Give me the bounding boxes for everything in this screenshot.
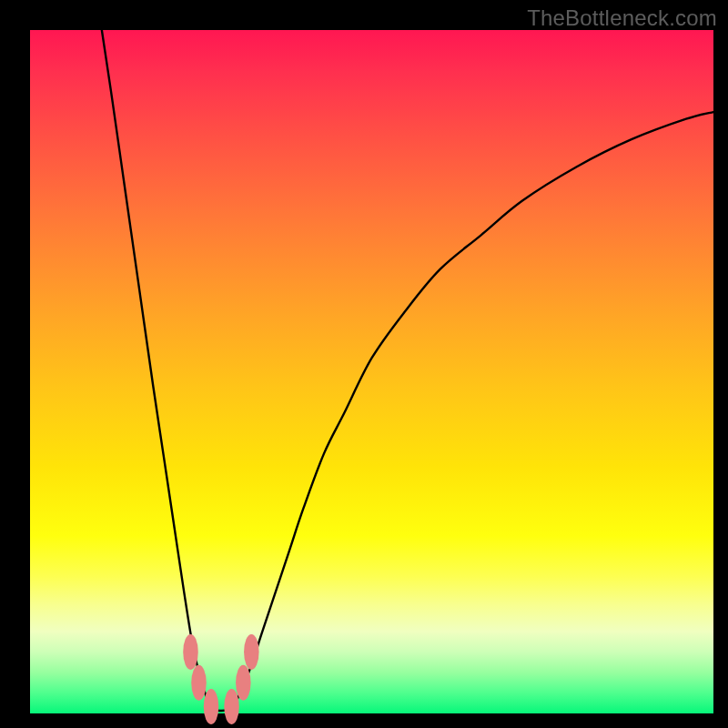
curve-markers xyxy=(30,30,713,713)
curve-marker xyxy=(244,634,259,670)
watermark-text: TheBottleneck.com xyxy=(527,5,717,31)
curve-marker xyxy=(224,689,239,724)
curve-marker xyxy=(183,634,198,670)
chart-frame: TheBottleneck.com xyxy=(0,0,728,728)
curve-marker xyxy=(204,689,219,724)
plot-area xyxy=(30,30,713,713)
curve-marker xyxy=(236,665,251,701)
curve-marker xyxy=(191,665,207,701)
